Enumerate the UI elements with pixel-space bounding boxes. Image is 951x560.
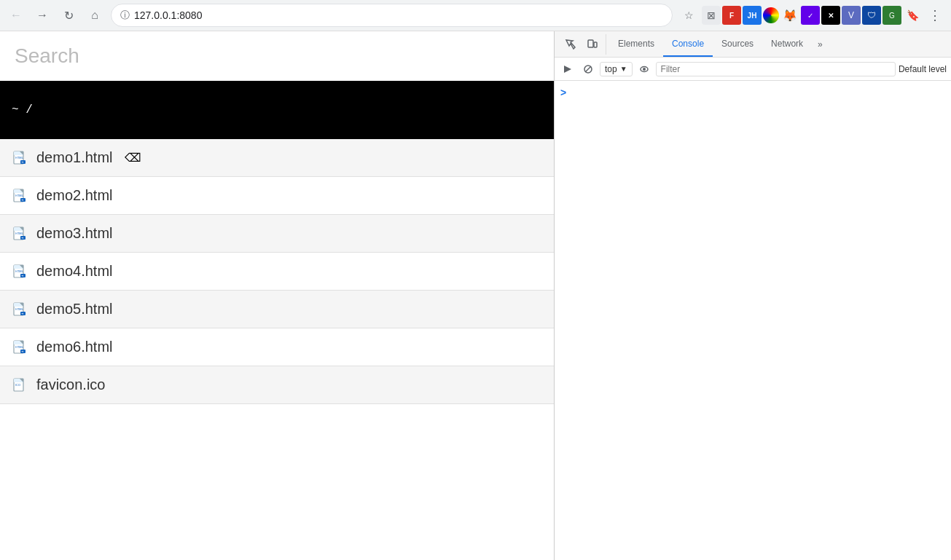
file-item-favicon[interactable]: ICO favicon.ico <box>0 366 554 404</box>
search-placeholder: Search <box>15 44 79 67</box>
file-icon-favicon: ICO <box>12 377 28 393</box>
svg-rect-40 <box>588 40 593 47</box>
address-bar[interactable]: ⓘ <box>111 4 673 27</box>
tab-more[interactable]: » <box>812 35 829 54</box>
file-name-demo6: demo6.html <box>36 339 113 355</box>
console-context-label: top <box>605 64 617 74</box>
ext-bookmark-star-icon[interactable]: 🔖 <box>903 6 922 25</box>
file-item-demo2[interactable]: HTML ➜ demo2.html <box>0 177 554 215</box>
file-name-demo5: demo5.html <box>36 301 113 318</box>
terminal-prompt: ~ / <box>12 103 33 117</box>
browser-toolbar: ← → ↻ ⌂ ⓘ ☆ ⊠ F JH 🦊 ✓ ✕ V 🛡 G 🔖 <box>0 0 951 31</box>
console-default-level[interactable]: Default level <box>899 64 947 74</box>
cursor-hand: ⌫ <box>125 151 141 165</box>
svg-text:HTML: HTML <box>15 307 24 311</box>
tab-console[interactable]: Console <box>663 31 713 57</box>
file-name-demo1: demo1.html <box>36 149 113 166</box>
menu-button[interactable]: ⋮ <box>925 5 945 25</box>
file-icon-demo2: HTML ➜ <box>12 188 28 204</box>
ext-shield-icon[interactable]: 🛡 <box>862 6 881 25</box>
svg-text:HTML: HTML <box>15 232 24 235</box>
console-dropdown-arrow: ▼ <box>620 65 627 73</box>
file-name-favicon: favicon.ico <box>36 376 106 393</box>
console-eye-icon[interactable] <box>635 60 653 78</box>
svg-text:HTML: HTML <box>15 156 24 159</box>
svg-text:HTML: HTML <box>15 269 24 273</box>
file-item-demo6[interactable]: HTML ➜ demo6.html <box>0 328 554 366</box>
terminal-area: ~ / <box>0 81 554 139</box>
file-item-demo5[interactable]: HTML ➜ demo5.html <box>0 291 554 328</box>
file-icon-demo6: HTML ➜ <box>12 339 28 355</box>
console-filter-input[interactable] <box>656 62 896 76</box>
file-list: HTML ➜ demo1.html ⌫ HTML <box>0 139 554 560</box>
file-name-demo4: demo4.html <box>36 263 113 280</box>
forward-button[interactable]: → <box>32 5 52 25</box>
svg-point-46 <box>643 68 646 71</box>
bookmark-icon[interactable]: ☆ <box>678 5 699 25</box>
file-item-demo1[interactable]: HTML ➜ demo1.html ⌫ <box>0 139 554 177</box>
lock-icon: ⓘ <box>120 9 130 22</box>
devtools-inspect-icon[interactable] <box>560 34 581 55</box>
ext-red-icon[interactable]: F <box>722 6 741 25</box>
ext-v-icon[interactable]: V <box>842 6 861 25</box>
back-button[interactable]: ← <box>6 5 26 25</box>
svg-rect-41 <box>594 42 597 47</box>
browser-chrome: ← → ↻ ⌂ ⓘ ☆ ⊠ F JH 🦊 ✓ ✕ V 🛡 G 🔖 <box>0 0 951 31</box>
console-block-icon[interactable] <box>579 60 597 78</box>
file-name-demo2: demo2.html <box>36 187 113 204</box>
file-name-demo3: demo3.html <box>36 225 113 242</box>
svg-text:HTML: HTML <box>15 194 24 197</box>
devtools-tab-icons <box>557 34 606 55</box>
ext-purple-icon[interactable]: ✓ <box>801 6 820 25</box>
console-prompt: > <box>560 87 945 98</box>
file-icon-demo3: HTML ➜ <box>12 226 28 242</box>
ext-firefox-icon[interactable]: 🦊 <box>780 6 799 25</box>
devtools-panel: Elements Console Sources Network » top ▼ <box>554 31 951 560</box>
svg-marker-42 <box>564 66 571 73</box>
ext-color-icon[interactable] <box>763 7 779 23</box>
file-icon-demo4: HTML ➜ <box>12 264 28 280</box>
console-run-icon[interactable] <box>559 60 576 78</box>
tab-sources[interactable]: Sources <box>713 31 762 57</box>
ext-jh-icon[interactable]: JH <box>743 6 762 25</box>
console-arrow: > <box>560 87 566 98</box>
url-input[interactable] <box>134 9 663 21</box>
svg-text:HTML: HTML <box>15 345 24 349</box>
file-item-demo4[interactable]: HTML ➜ demo4.html <box>0 253 554 291</box>
search-bar: Search <box>0 31 554 81</box>
svg-line-44 <box>585 66 591 72</box>
devtools-device-icon[interactable] <box>582 34 603 55</box>
devtools-console-content: > <box>555 81 951 560</box>
home-button[interactable]: ⌂ <box>85 5 105 25</box>
console-context-dropdown[interactable]: top ▼ <box>600 62 633 76</box>
ext-green-icon[interactable]: G <box>882 6 901 25</box>
toolbar-right: ☆ ⊠ F JH 🦊 ✓ ✕ V 🛡 G 🔖 ⋮ <box>678 5 945 25</box>
file-icon-demo5: HTML ➜ <box>12 301 28 318</box>
devtools-tabs: Elements Console Sources Network » <box>555 31 951 58</box>
devtools-console-bar: top ▼ Default level <box>555 58 951 81</box>
tab-elements[interactable]: Elements <box>609 31 663 57</box>
main-layout: Search ~ / HTML ➜ <box>0 31 951 560</box>
ext-grid-icon[interactable]: ⊠ <box>702 6 721 25</box>
extension-icons: ⊠ F JH 🦊 ✓ ✕ V 🛡 G 🔖 <box>702 6 922 25</box>
ext-x-icon[interactable]: ✕ <box>821 6 840 25</box>
file-icon-demo1: HTML ➜ <box>12 150 28 166</box>
reload-button[interactable]: ↻ <box>58 5 79 25</box>
tab-network[interactable]: Network <box>762 31 812 57</box>
file-item-demo3[interactable]: HTML ➜ demo3.html <box>0 215 554 253</box>
svg-text:ICO: ICO <box>15 383 20 387</box>
browser-content: Search ~ / HTML ➜ <box>0 31 554 560</box>
